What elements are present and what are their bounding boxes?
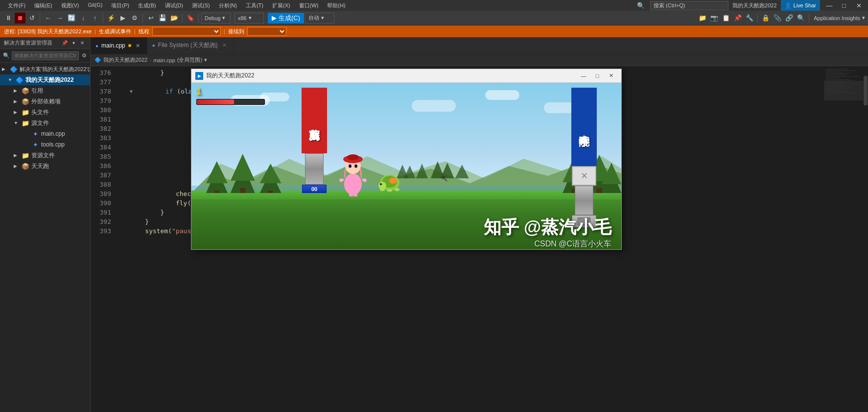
tree-item-resources[interactable]: ▶ 📁 资源文件	[0, 150, 90, 161]
tree-item-main[interactable]: ▶ ✦ main.cpp	[0, 128, 90, 139]
svg-rect-31	[349, 193, 353, 196]
left-pillar-base: 00	[302, 185, 327, 193]
menu-tools[interactable]: 工具(T)	[242, 1, 267, 10]
game-minimize-btn[interactable]: —	[577, 71, 590, 81]
chevron-btn[interactable]: ▾	[70, 39, 77, 47]
cpp-icon: ✦	[31, 130, 39, 138]
debug-config-dropdown[interactable]: Debug ▾	[201, 13, 231, 24]
sidebar-title: 解决方案资源管理器	[4, 39, 52, 47]
thread-select[interactable]	[152, 27, 221, 36]
stop-btn[interactable]: ⏹	[15, 13, 25, 24]
title-bar: 文件(F) 编辑(E) 视图(V) Git(G) 项目(P) 生成(B) 调试(…	[0, 0, 868, 11]
refresh-btn[interactable]: 🔄	[66, 13, 77, 24]
sep6	[757, 14, 758, 23]
forward-btn[interactable]: →	[54, 13, 65, 24]
arrow-icon6: ▼	[14, 121, 22, 125]
menu-edit[interactable]: 编辑(E)	[30, 1, 56, 10]
live-share-btn[interactable]: 👤 Live Shar	[781, 0, 820, 11]
undo-btn[interactable]: ↩	[145, 13, 156, 24]
toolbar-icon4[interactable]: 📌	[732, 13, 743, 24]
menu-view[interactable]: 视图(V)	[57, 1, 83, 10]
run-mode-dropdown[interactable]: 自动 ▾	[305, 13, 334, 24]
arrow-icon4: ▶	[14, 99, 22, 104]
game-icon: 📦	[22, 163, 29, 170]
menu-build[interactable]: 生成(B)	[134, 1, 160, 10]
scope-dropdown[interactable]: (全局范围) ▾	[177, 56, 207, 64]
process-info: 进程: [33828] 我的天天酷跑2022.exe | 生成调试事件 | 线程…	[4, 27, 286, 36]
menu-analyze[interactable]: 分析(N)	[215, 1, 241, 10]
tree-item-headers[interactable]: ▶ 📁 头文件	[0, 107, 90, 118]
step-out-btn[interactable]: ↑	[90, 13, 100, 24]
tab-main-cpp[interactable]: ● main.cpp ✕	[91, 37, 147, 54]
connect-select[interactable]	[247, 27, 286, 36]
pause-btn[interactable]: ⏸	[3, 13, 14, 24]
toolbar-icon2[interactable]: 📷	[709, 13, 720, 24]
line-num-381: 381	[91, 115, 111, 124]
game-canvas: 高薪就业 00 奇牛学院 ✕	[191, 83, 621, 249]
menu-file[interactable]: 文件(F)	[4, 1, 29, 10]
tree-item-refs[interactable]: ▶ 📦 引用	[0, 85, 90, 96]
tab-close-btn1[interactable]: ✕	[134, 42, 142, 49]
collapse-arrow-378[interactable]: ▼	[130, 87, 133, 96]
pin-btn[interactable]: 📌	[61, 39, 69, 47]
maximize-btn[interactable]: □	[839, 0, 849, 11]
menu-extensions[interactable]: 扩展(X)	[268, 1, 294, 10]
tree-item-sources[interactable]: ▼ 📁 源文件	[0, 118, 90, 128]
sidebar-search-options[interactable]: ⚙	[81, 51, 87, 60]
run-mode-label: 自动	[308, 14, 319, 22]
sources-icon: 📁	[22, 120, 29, 127]
menu-test[interactable]: 测试(S)	[188, 1, 214, 10]
save-all-btn[interactable]: 📂	[169, 13, 180, 24]
thread-label2: 线程	[139, 28, 149, 35]
tree-item-external[interactable]: ▶ 📦 外部依赖项	[0, 96, 90, 107]
tab-close-btn2[interactable]: ✕	[221, 42, 229, 49]
editor-nav: 🔷 我的天天酷跑2022 › main.cpp (全局范围) ▾	[91, 54, 868, 66]
menu-window[interactable]: 窗口(W)	[295, 1, 323, 10]
toolbar-icon7[interactable]: 📎	[772, 13, 783, 24]
sidebar-search-input[interactable]	[12, 51, 79, 60]
toolbar-icon5[interactable]: 🔧	[744, 13, 755, 24]
bookmark-btn[interactable]: 🔖	[185, 13, 196, 24]
platform-label: x86	[238, 15, 247, 21]
tree-item-solution[interactable]: ▶ 🔷 解决方案'我的天天酷跑2022'(2…	[0, 64, 90, 74]
svg-point-25	[344, 173, 362, 195]
tab-icon1: ●	[95, 43, 98, 48]
line-num-382: 382	[91, 124, 111, 133]
game-close-btn[interactable]: ✕	[605, 71, 617, 81]
platform-dropdown[interactable]: x86 ▾	[235, 13, 264, 24]
game-maximize-btn[interactable]: □	[591, 71, 604, 81]
vscroll[interactable]	[863, 66, 868, 412]
menu-git[interactable]: Git(G)	[84, 1, 106, 10]
toolbar-icon3[interactable]: 📋	[721, 13, 731, 24]
nav-btn2[interactable]: ▶	[117, 13, 128, 24]
search-btn[interactable]: 🔍	[635, 0, 646, 11]
minimize-btn[interactable]: —	[824, 0, 835, 11]
refs-label: 引用	[31, 87, 43, 95]
nav-btn1[interactable]: ⚡	[106, 13, 117, 24]
toolbar-icon9[interactable]: 🔍	[796, 13, 806, 24]
file-tree: ▶ 🔷 解决方案'我的天天酷跑2022'(2… ▼ 🔷 我的天天酷跑2022 ▶…	[0, 63, 90, 412]
game-title-left: ▶ 我的天天酷跑2022	[195, 72, 255, 80]
restart-btn[interactable]: ↺	[26, 13, 37, 24]
close-sidebar-btn[interactable]: ✕	[78, 39, 86, 47]
vscroll-thumb[interactable]	[864, 76, 868, 105]
menu-project[interactable]: 项目(P)	[107, 1, 133, 10]
back-btn[interactable]: ←	[43, 13, 53, 24]
toolbar-icon6[interactable]: 🔒	[760, 13, 771, 24]
tree-item-project[interactable]: ▼ 🔷 我的天天酷跑2022	[0, 74, 90, 85]
step-btn[interactable]: ↓	[78, 13, 89, 24]
close-btn[interactable]: ✕	[853, 0, 864, 11]
editor-content: 376 377 378 379 380 381 382 383 384 385 …	[91, 66, 868, 412]
menu-help[interactable]: 帮助(H)	[323, 1, 349, 10]
nav-btn3[interactable]: ⚙	[129, 13, 140, 24]
tree-item-tools[interactable]: ▶ ✦ tools.cpp	[0, 139, 90, 150]
run-btn[interactable]: ▶ 生成(C)	[268, 13, 304, 24]
toolbar-icon8[interactable]: 🔗	[784, 13, 795, 24]
save-btn[interactable]: 💾	[157, 13, 168, 24]
tab-filesystem[interactable]: ● File System (天天酷跑) ✕	[147, 37, 234, 54]
toolbar-icon1[interactable]: 📁	[697, 13, 708, 24]
arrow-icon5: ▶	[14, 110, 22, 115]
watermark-main: 知乎 @蒸汽小毛	[484, 216, 611, 240]
tree-item-game[interactable]: ▶ 📦 天天跑	[0, 161, 90, 171]
menu-debug[interactable]: 调试(D)	[161, 1, 187, 10]
